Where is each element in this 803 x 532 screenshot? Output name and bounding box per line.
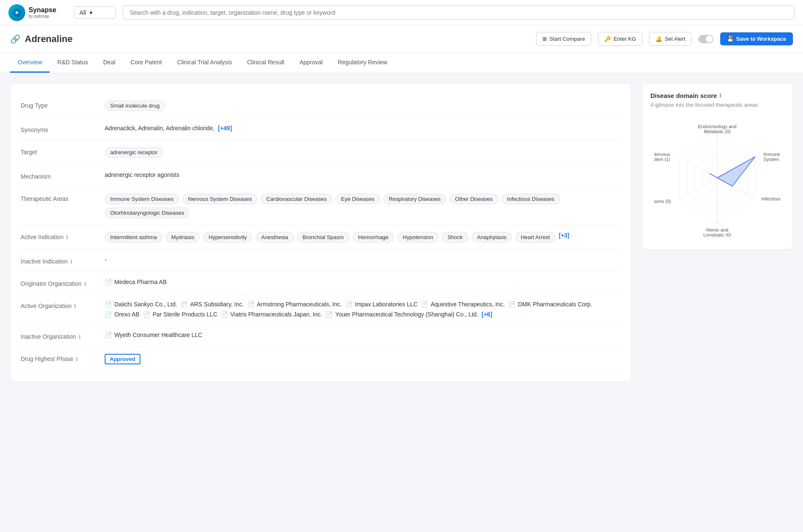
svg-text:System (1): System (1) [654, 157, 670, 162]
active-org-label: Active Organization ℹ [21, 301, 105, 309]
search-input[interactable] [123, 5, 795, 20]
mechanism-text: adrenergic receptor agonists [105, 171, 179, 178]
tab-overview[interactable]: Overview [10, 53, 50, 73]
start-compare-button[interactable]: ⊞ Start Compare [536, 32, 592, 46]
mechanism-value: adrenergic receptor agonists [105, 171, 621, 178]
svg-text:Endocrinology and: Endocrinology and [698, 124, 736, 129]
mechanism-row: Mechanism adrenergic receptor agonists [21, 165, 621, 187]
active-org-item: 📄DMK Pharmaceuticals Corp. [508, 301, 592, 308]
kg-icon: 🔑 [604, 36, 611, 42]
tab-regulatory[interactable]: Regulatory Review [330, 53, 395, 73]
originator-org-item: 📄 Medeca Pharma AB [105, 279, 167, 285]
logo-icon [8, 4, 25, 21]
org-doc-icon: 📄 [105, 279, 112, 285]
drug-phase-value: Approved [105, 354, 621, 364]
drug-header: 🔗 Adrenaline ⊞ Start Compare 🔑 Enter KG … [0, 25, 803, 53]
indication-tag: Hemorrhage [353, 232, 394, 242]
originator-org-label: Originator Organization ℹ [21, 279, 105, 287]
synonyms-label: Synonyms [21, 125, 105, 133]
org-icon: 📄 [508, 301, 515, 308]
inactive-indication-info-icon[interactable]: ℹ [70, 258, 72, 265]
originator-org-row: Originator Organization ℹ 📄 Medeca Pharm… [21, 272, 621, 294]
save-workspace-button[interactable]: 💾 Save to Workspace [720, 32, 793, 45]
org-icon: 📄 [105, 301, 112, 308]
inactive-org-row: Inactive Organization ℹ 📄 Wyeth Consumer… [21, 325, 621, 347]
therapeutic-areas-tags: Immune System DiseasesNervous System Dis… [105, 194, 621, 218]
disease-card-title: Disease domain score ℹ [650, 92, 784, 99]
enter-kg-button[interactable]: 🔑 Enter KG [598, 32, 642, 46]
active-org-item: 📄Armstrong Pharmaceuticals, Inc. [247, 301, 342, 308]
drug-type-label: Drug Type [21, 100, 105, 109]
inactive-org-label: Inactive Organization ℹ [21, 332, 105, 340]
active-indication-info-icon[interactable]: ℹ [66, 234, 68, 240]
tab-rd-status[interactable]: R&D Status [50, 53, 95, 73]
org-icon: 📄 [247, 301, 254, 308]
active-org-more[interactable]: [+6] [482, 311, 492, 318]
svg-text:Metabolic (0): Metabolic (0) [704, 129, 731, 134]
indication-tag: Hypotension [397, 232, 438, 242]
active-org-item: 📄ARS Subsidiary, Inc. [180, 301, 243, 308]
svg-text:Infectious (2): Infectious (2) [761, 196, 780, 201]
svg-marker-13 [710, 157, 755, 186]
svg-text:Hemic and: Hemic and [706, 227, 729, 232]
therapeutic-tag: Eye Diseases [335, 194, 380, 204]
radar-chart: Endocrinology and Metabolic (0) Immune S… [650, 115, 784, 241]
svg-text:System (5): System (5) [763, 157, 780, 162]
search-type-dropdown[interactable]: All ▾ [74, 6, 116, 19]
inactive-indication-value: - [105, 256, 621, 263]
tab-bar: Overview R&D Status Deal Core Patent Cli… [0, 53, 803, 73]
org-icon: 📄 [345, 301, 352, 308]
therapeutic-areas-row: Therapeutic Areas Immune System Diseases… [21, 187, 621, 225]
drug-title-area: 🔗 Adrenaline [10, 34, 73, 45]
active-indication-label: Active Indication ℹ [21, 232, 105, 240]
tab-core-patent[interactable]: Core Patent [123, 53, 169, 73]
active-indication-row: Active Indication ℹ Intermittent asthmaM… [21, 225, 621, 250]
inactive-indication-label: Inactive Indication ℹ [21, 256, 105, 265]
therapeutic-tag: Other Diseases [449, 194, 498, 204]
originator-info-icon[interactable]: ℹ [84, 281, 86, 287]
therapeutic-tag: Respiratory Diseases [383, 194, 446, 204]
active-org-item: 📄Daiichi Sankyo Co., Ltd. [105, 301, 177, 308]
drug-phase-info-icon[interactable]: ℹ [76, 356, 78, 362]
indication-tag: Mydriasis [166, 232, 200, 242]
indication-tag: Anaphylaxis [472, 232, 512, 242]
therapeutic-tag: Immune System Diseases [105, 194, 179, 204]
tab-clinical-trial[interactable]: Clinical Trial Analysis [169, 53, 240, 73]
tab-clinical-result[interactable]: Clinical Result [240, 53, 292, 73]
org-icon: 📄 [325, 311, 333, 318]
target-label: Target [21, 147, 105, 155]
disease-domain-card: Disease domain score ℹ A glimpse into th… [642, 83, 793, 250]
disease-domain-info-icon[interactable]: ℹ [719, 92, 721, 99]
org-icon: 📄 [143, 311, 150, 318]
info-panel: Drug Type Small molecule drug Synonyms A… [10, 83, 631, 382]
header-actions: ⊞ Start Compare 🔑 Enter KG 🔔 Set Alert 💾… [536, 32, 793, 46]
synonyms-text: Adrenaclick, Adrenalin, Adrenalin chlori… [105, 125, 215, 132]
target-row: Target adrenergic receptor [21, 140, 621, 165]
target-value: adrenergic receptor [105, 147, 621, 158]
alert-toggle[interactable] [698, 35, 713, 43]
synonyms-more[interactable]: [+49] [218, 125, 232, 132]
active-org-info-icon[interactable]: ℹ [74, 303, 76, 309]
mechanism-label: Mechanism [21, 171, 105, 180]
toggle-knob [706, 36, 713, 42]
drug-type-value: Small molecule drug [105, 100, 621, 111]
tab-deal[interactable]: Deal [96, 53, 123, 73]
active-org-item: 📄Youer Pharmaceutical Technology (Shangh… [325, 311, 478, 318]
set-alert-button[interactable]: 🔔 Set Alert [649, 32, 692, 46]
drug-type-tag: Small molecule drug [105, 100, 165, 111]
therapeutic-tag: Otorhinolaryngologic Diseases [105, 208, 190, 218]
therapeutic-tag: Nervous System Diseases [182, 194, 257, 204]
tab-approval[interactable]: Approval [292, 53, 330, 73]
inactive-org-info-icon[interactable]: ℹ [79, 334, 81, 340]
indication-more[interactable]: [+3] [559, 232, 569, 239]
svg-text:Immune: Immune [763, 152, 780, 157]
org-icon: 📄 [180, 301, 188, 308]
synonyms-row: Synonyms Adrenaclick, Adrenalin, Adrenal… [21, 118, 621, 140]
logo-name: Synapse [29, 6, 56, 14]
active-org-item: 📄Orexo AB [105, 311, 140, 318]
svg-text:Nervous: Nervous [654, 152, 670, 157]
svg-point-1 [16, 11, 18, 14]
compare-icon: ⊞ [542, 36, 547, 42]
logo: Synapse by patsnap [8, 4, 67, 21]
indication-tag: Shock [442, 232, 468, 242]
